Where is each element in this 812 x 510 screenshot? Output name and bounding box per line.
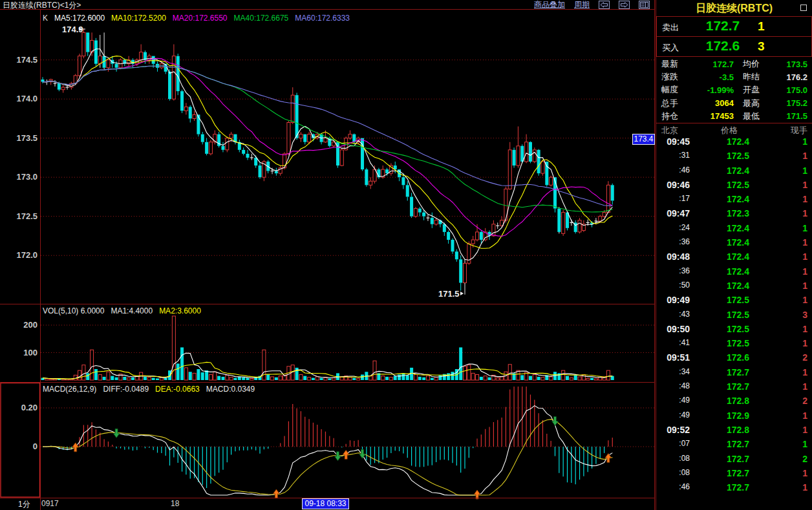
tick-price: 172.7 [707,439,749,449]
tick-list[interactable]: 09:45172.41:31172.51:46172.4109:46172.51… [656,135,812,495]
tick-price: 172.4 [707,165,749,176]
tick-time: :36 [656,266,690,275]
svg-text:0.20: 0.20 [21,403,37,412]
ma-value-label: MA60:172.6333 [295,14,350,23]
ask-price: 172.7 [694,18,751,34]
tick-price: 172.5 [707,310,749,320]
tick-qty: 1 [802,208,807,218]
tick-price: 172.5 [707,324,749,334]
price-cursor-tag: 173.4 [632,134,655,145]
ma-value-label: MA10:172.5200 [111,14,166,23]
tick-time: 09:45 [656,136,690,147]
tick-time: :17 [656,194,690,203]
tick-qty: 1 [802,468,807,478]
tick-qty: 1 [802,295,807,305]
tick-qty: 1 [802,439,807,449]
tick-row: :07172.71 [656,438,812,452]
tick-qty: 1 [802,251,807,262]
tick-row: :49172.91 [656,409,812,423]
tick-time: 09:51 [656,352,690,363]
tick-row: :08172.71 [656,467,812,481]
tick-time: :08 [656,454,690,463]
tick-time: 09:50 [656,324,690,334]
stat-label: 最低 [734,111,769,122]
macd-value-label: MACD:0.0349 [206,385,255,394]
tick-qty: 1 [802,281,807,291]
stat-label: 开盘 [734,84,769,96]
tick-row: :36172.41 [656,265,812,279]
tick-price: 172.4 [707,251,749,262]
stat-label: 涨跌 [656,71,687,83]
ask-label: 卖出 [662,22,679,34]
stat-value: 172.7 [687,59,734,69]
tick-row: :41172.51 [656,337,812,351]
svg-text:172.0: 172.0 [16,250,37,260]
svg-text:174.0: 174.0 [16,94,37,103]
tick-qty: 2 [802,352,807,363]
tick-qty: 1 [802,425,807,435]
tick-row: 09:51172.62 [656,351,812,365]
trading-terminal: 日胶连续(RBTC)<1分> 商品叠加 周期 174.5174.0173.517… [0,0,812,510]
tick-price: 172.5 [707,151,749,161]
tick-price: 172.7 [707,367,749,377]
tick-row: :46172.71 [656,481,812,495]
time-axis-label: 18 [171,499,179,508]
tick-time: :49 [656,396,690,405]
stat-value: -1.99% [687,85,734,95]
tick-row: 09:45172.41 [656,135,812,149]
tick-price: 172.4 [707,223,749,233]
stat-label: 幅度 [656,84,687,96]
stat-row: 最新172.7均价173.5 [656,58,812,70]
tick-price: 172.9 [707,410,749,421]
stat-row: 总手3064最高175.2 [656,97,812,110]
macd-value-label: DEA:-0.0663 [155,385,200,394]
quote-panel: 日胶连续(RBTC) 卖出 172.7 1 买入 172.6 3 最新172.7… [656,0,812,510]
tick-time: :43 [656,310,690,319]
tick-time: 09:47 [656,208,690,218]
tick-qty: 1 [802,410,807,421]
tick-price: 172.4 [707,237,749,248]
bid-row[interactable]: 买入 172.6 3 [656,37,812,57]
vol-value-label: MA1:4.4000 [111,306,153,315]
bid-label: 买入 [662,42,679,54]
tick-price: 172.8 [707,425,749,435]
tick-qty: 1 [802,151,807,161]
tick-row: 09:48172.41 [656,250,812,264]
tick-price: 172.5 [707,295,749,305]
tick-time: :46 [656,165,690,175]
stat-value: 173.5 [769,59,812,69]
stat-label: 昨结 [734,71,769,83]
time-cursor-tag: 09-18 08:33 [302,498,349,509]
quote-header: 日胶连续(RBTC) [656,0,812,17]
tick-row: :24172.41 [656,222,812,236]
tick-time: :48 [656,381,690,390]
tick-time: :50 [656,281,690,290]
tick-row: 09:50172.51 [656,323,812,337]
tick-time: 09:52 [656,425,690,435]
svg-text:173.5: 173.5 [16,133,37,143]
stat-value: 171.5 [769,111,812,121]
vol-value-label: VOL(5,10) 6.0000 [43,306,104,315]
ma-value-label: MA40:172.6675 [234,14,289,23]
stat-label: 均价 [734,58,769,70]
volume-indicator-header: VOL(5,10) 6.0000MA1:4.4000MA2:3.6000 [43,306,208,315]
tick-price: 172.4 [707,136,749,147]
time-axis-label: 0917 [41,499,59,508]
tick-time: 09:49 [656,295,690,305]
tick-price: 172.4 [707,266,749,277]
tick-price: 172.4 [707,194,749,204]
tick-row: :17172.41 [656,193,812,207]
tick-qty: 1 [802,367,807,377]
window-box-icon[interactable] [800,5,807,11]
tick-qty: 1 [802,136,807,147]
tick-qty: 1 [802,324,807,334]
tick-price: 172.7 [707,381,749,392]
kline-chart[interactable]: 174.5174.0173.5173.0172.5172.02001000.20… [0,0,655,510]
tick-price: 172.7 [707,468,749,478]
tick-time: :49 [656,410,690,420]
tick-qty: 3 [802,310,807,320]
tick-row: 09:47172.31 [656,207,812,221]
ask-row[interactable]: 卖出 172.7 1 [656,17,812,37]
stat-value: 3064 [687,98,734,108]
tick-row: :08172.72 [656,452,812,467]
